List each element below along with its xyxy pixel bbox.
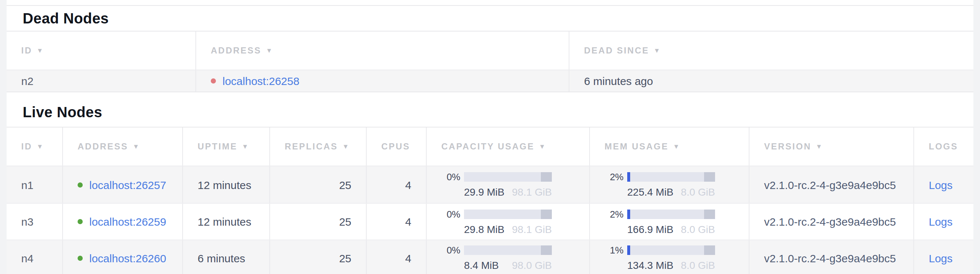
usage-used-value: 8.4 MiB bbox=[464, 259, 499, 271]
replicas-cell: 25 bbox=[270, 166, 367, 203]
logs-link[interactable]: Logs bbox=[929, 252, 953, 264]
usage-bar bbox=[627, 209, 715, 219]
version-text: v2.1.0-rc.2-4-g3e9a4e9bc5 bbox=[764, 252, 896, 264]
capacity-usage-widget: 0% 8.4 MiB 98.0 GiB bbox=[441, 245, 552, 271]
column-header-capacity-usage[interactable]: CAPACITY USAGE ▼ bbox=[427, 127, 590, 166]
sort-desc-icon: ▼ bbox=[37, 47, 43, 54]
content-panel: Dead Nodes ID ▼ ADDRESS ▼ DEAD SINCE ▼ bbox=[6, 0, 974, 274]
usage-bar bbox=[627, 172, 715, 182]
version-cell: v2.1.0-rc.2-4-g3e9a4e9bc5 bbox=[749, 204, 914, 240]
sort-desc-icon: ▼ bbox=[816, 143, 822, 150]
dead-nodes-table: ID ▼ ADDRESS ▼ DEAD SINCE ▼ n2 l bbox=[6, 31, 974, 92]
dead-nodes-table-header: ID ▼ ADDRESS ▼ DEAD SINCE ▼ bbox=[6, 31, 974, 70]
uptime-cell: 12 minutes bbox=[183, 166, 270, 203]
table-row-live-node: n4 localhost:26260 6 minutes 25 4 0% bbox=[6, 240, 974, 274]
address-cell: localhost:26258 bbox=[196, 70, 570, 92]
column-header-id[interactable]: ID ▼ bbox=[6, 127, 63, 166]
usage-bar bbox=[627, 245, 715, 255]
usage-used-value: 166.9 MiB bbox=[627, 223, 673, 235]
mem-usage-widget: 2% 166.9 MiB 8.0 GiB bbox=[605, 209, 715, 235]
live-nodes-table-header: ID ▼ ADDRESS ▼ UPTIME ▼ REPLICAS ▼ CPUS bbox=[6, 127, 974, 166]
node-address-link[interactable]: localhost:26260 bbox=[89, 252, 166, 264]
usage-bar-reserved-segment bbox=[541, 209, 552, 219]
usage-bar-reserved-segment bbox=[704, 209, 715, 219]
previous-section-bottom-strip bbox=[6, 0, 974, 6]
node-id-cell: n1 bbox=[6, 166, 63, 203]
sort-desc-icon: ▼ bbox=[242, 143, 248, 150]
column-header-address[interactable]: ADDRESS ▼ bbox=[196, 32, 570, 70]
node-id: n3 bbox=[21, 215, 33, 228]
cpus-cell: 4 bbox=[367, 166, 427, 203]
usage-bar-reserved-segment bbox=[541, 245, 552, 255]
column-header-mem-usage[interactable]: MEM USAGE ▼ bbox=[590, 127, 749, 166]
column-header-replicas[interactable]: REPLICAS ▼ bbox=[270, 127, 367, 166]
column-header-label: UPTIME bbox=[197, 142, 237, 152]
node-id-cell: n3 bbox=[6, 204, 63, 240]
capacity-usage-widget: 0% 29.8 MiB 98.1 GiB bbox=[441, 209, 552, 235]
node-address-link[interactable]: localhost:26258 bbox=[223, 75, 299, 87]
sort-desc-icon: ▼ bbox=[37, 143, 43, 150]
column-header-label: CAPACITY USAGE bbox=[441, 142, 535, 152]
capacity-usage-cell: 0% 29.8 MiB 98.1 GiB bbox=[427, 204, 590, 240]
usage-percent: 2% bbox=[605, 209, 624, 220]
column-header-label: DEAD SINCE bbox=[584, 45, 649, 56]
node-id: n1 bbox=[21, 178, 33, 191]
logs-cell: Logs bbox=[914, 240, 974, 274]
node-id: n4 bbox=[21, 252, 33, 264]
live-status-dot-icon bbox=[78, 219, 83, 224]
replicas-cell: 25 bbox=[270, 204, 367, 240]
mem-usage-cell: 2% 166.9 MiB 8.0 GiB bbox=[590, 204, 749, 240]
column-header-uptime[interactable]: UPTIME ▼ bbox=[183, 127, 270, 166]
table-row-dead-node: n2 localhost:26258 6 minutes ago bbox=[6, 70, 974, 92]
cpus-cell: 4 bbox=[367, 240, 427, 274]
column-header-label: ID bbox=[21, 45, 32, 56]
usage-bar bbox=[464, 172, 552, 182]
column-header-address[interactable]: ADDRESS ▼ bbox=[63, 127, 183, 166]
logs-link[interactable]: Logs bbox=[929, 215, 953, 228]
sort-desc-icon: ▼ bbox=[673, 143, 679, 150]
mem-usage-cell: 2% 225.4 MiB 8.0 GiB bbox=[590, 166, 749, 203]
usage-bar-reserved-segment bbox=[704, 245, 715, 255]
logs-cell: Logs bbox=[914, 204, 974, 240]
dead-nodes-title: Dead Nodes bbox=[6, 6, 974, 31]
version-cell: v2.1.0-rc.2-4-g3e9a4e9bc5 bbox=[749, 166, 914, 203]
version-text: v2.1.0-rc.2-4-g3e9a4e9bc5 bbox=[764, 215, 896, 228]
column-header-label: ADDRESS bbox=[211, 45, 261, 56]
column-header-id[interactable]: ID ▼ bbox=[6, 32, 196, 70]
capacity-usage-widget: 0% 29.9 MiB 98.1 GiB bbox=[441, 171, 552, 198]
usage-percent: 0% bbox=[441, 171, 460, 182]
usage-bar-reserved-segment bbox=[541, 172, 552, 182]
usage-bar-fill bbox=[627, 209, 630, 219]
column-header-dead-since[interactable]: DEAD SINCE ▼ bbox=[570, 32, 974, 70]
node-address-link[interactable]: localhost:26259 bbox=[89, 215, 166, 228]
column-header-cpus[interactable]: CPUS bbox=[367, 127, 427, 166]
version-cell: v2.1.0-rc.2-4-g3e9a4e9bc5 bbox=[749, 240, 914, 274]
version-text: v2.1.0-rc.2-4-g3e9a4e9bc5 bbox=[764, 178, 896, 191]
usage-used-value: 29.9 MiB bbox=[464, 186, 504, 198]
table-row-live-node: n3 localhost:26259 12 minutes 25 4 0% bbox=[6, 203, 974, 240]
mem-usage-widget: 1% 134.3 MiB 8.0 GiB bbox=[605, 245, 715, 271]
usage-percent: 1% bbox=[605, 245, 624, 256]
logs-link[interactable]: Logs bbox=[929, 178, 953, 191]
column-header-logs[interactable]: LOGS bbox=[914, 127, 974, 166]
sort-desc-icon: ▼ bbox=[266, 47, 272, 54]
column-header-label: LOGS bbox=[929, 142, 958, 152]
usage-percent: 0% bbox=[441, 209, 460, 220]
cluster-nodes-screen: Dead Nodes ID ▼ ADDRESS ▼ DEAD SINCE ▼ bbox=[0, 0, 980, 274]
usage-used-value: 29.8 MiB bbox=[464, 223, 504, 235]
column-header-version[interactable]: VERSION ▼ bbox=[749, 127, 914, 166]
address-cell: localhost:26259 bbox=[63, 204, 183, 240]
address-cell: localhost:26257 bbox=[63, 166, 183, 203]
sort-desc-icon: ▼ bbox=[342, 143, 349, 150]
usage-bar-reserved-segment bbox=[704, 172, 715, 182]
node-address-link[interactable]: localhost:26257 bbox=[89, 178, 166, 191]
usage-total-value: 98.1 GiB bbox=[512, 223, 552, 235]
uptime-cell: 6 minutes bbox=[183, 240, 270, 274]
column-header-label: ID bbox=[21, 142, 32, 152]
node-id: n2 bbox=[21, 75, 33, 87]
column-header-label: ADDRESS bbox=[78, 142, 128, 152]
table-row-live-node: n1 localhost:26257 12 minutes 25 4 0% bbox=[6, 166, 974, 203]
cpus-cell: 4 bbox=[367, 204, 427, 240]
capacity-usage-cell: 0% 8.4 MiB 98.0 GiB bbox=[427, 240, 590, 274]
live-status-dot-icon bbox=[78, 182, 83, 187]
